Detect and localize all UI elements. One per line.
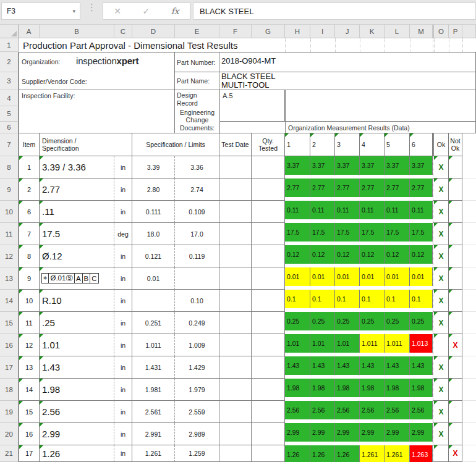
measurement-cell[interactable]: 0.12 <box>285 245 310 267</box>
qty-tested-cell[interactable] <box>252 178 285 201</box>
engineering-change-value-cell[interactable] <box>219 122 285 133</box>
column-header-I[interactable]: I <box>310 25 335 38</box>
measurement-cell[interactable]: 1.263 <box>410 445 433 462</box>
limit-upper-cell[interactable]: 1.011 <box>132 334 175 356</box>
ok-cell[interactable]: X <box>434 312 449 334</box>
measurement-cell[interactable]: 0.1 <box>335 290 360 312</box>
row-header-18[interactable]: 18 <box>0 379 19 401</box>
header-test-date[interactable]: Test Date <box>219 133 252 156</box>
measurement-cell[interactable]: 0.12 <box>360 245 385 267</box>
limit-lower-cell[interactable]: 0.249 <box>175 312 219 334</box>
measurement-cell[interactable]: 2.77 <box>360 178 385 201</box>
measurement-cell[interactable]: 1.01 <box>310 334 335 356</box>
header-item[interactable]: Item <box>19 133 40 156</box>
limit-lower-cell[interactable]: 0.109 <box>175 201 219 223</box>
measurement-cell[interactable]: 1.011 <box>385 334 410 356</box>
row-header-5[interactable]: 5 <box>0 106 19 122</box>
test-date-cell[interactable] <box>219 290 252 312</box>
not-ok-cell[interactable] <box>449 267 462 290</box>
measurement-cell[interactable]: 0.12 <box>410 245 433 267</box>
results-header-cell[interactable]: Organization Measurement Results (Data) <box>285 122 476 133</box>
dimension-cell[interactable]: Ø.12 <box>40 245 114 267</box>
measurement-cell[interactable]: 1.261 <box>360 445 385 462</box>
unit-cell[interactable]: in <box>114 178 132 201</box>
limit-lower-cell[interactable]: 0.119 <box>175 245 219 267</box>
qty-tested-cell[interactable] <box>252 379 285 401</box>
dimension-cell[interactable]: .25 <box>40 312 114 334</box>
not-ok-cell[interactable] <box>449 379 462 401</box>
limit-upper-cell[interactable]: 2.991 <box>132 423 175 445</box>
measurement-cell[interactable]: 0.25 <box>285 312 310 334</box>
measurement-cell[interactable]: 2.56 <box>410 401 433 423</box>
limit-lower-cell[interactable]: 1.429 <box>175 356 219 379</box>
unit-cell[interactable]: in <box>114 379 132 401</box>
select-all-corner[interactable] <box>0 25 19 38</box>
namebox-dropdown-icon[interactable]: ▾ <box>72 8 80 14</box>
qty-tested-cell[interactable] <box>252 445 285 462</box>
ok-cell[interactable]: X <box>434 356 449 379</box>
measurement-cell[interactable]: 1.98 <box>385 379 410 401</box>
row-header-9[interactable]: 9 <box>0 178 19 201</box>
column-header-O[interactable]: O <box>434 25 449 38</box>
row-header-13[interactable]: 13 <box>0 267 19 290</box>
ok-cell[interactable] <box>434 445 449 462</box>
measurement-cell[interactable]: 17.5 <box>410 223 433 245</box>
measurement-cell[interactable]: 0.01 <box>335 267 360 290</box>
item-cell[interactable]: 9 <box>19 267 40 290</box>
limit-upper-cell[interactable]: 1.431 <box>132 356 175 379</box>
item-cell[interactable]: 14 <box>19 379 40 401</box>
qty-tested-cell[interactable] <box>252 290 285 312</box>
row-header-2[interactable]: 2 <box>0 52 19 72</box>
measurement-cell[interactable]: 0.11 <box>410 201 433 223</box>
measurement-cell[interactable]: 2.56 <box>385 401 410 423</box>
measurement-cell[interactable]: 0.12 <box>310 245 335 267</box>
ok-cell[interactable]: X <box>434 223 449 245</box>
header-trial-1[interactable]: 1 <box>285 133 310 156</box>
dimension-cell[interactable]: 3.39 / 3.36 <box>40 156 114 178</box>
measurement-cell[interactable]: 1.43 <box>385 356 410 379</box>
inspection-facility-block[interactable]: Inspection Facility: <box>19 90 175 133</box>
row-header-19[interactable]: 19 <box>0 401 19 423</box>
row-header-12[interactable]: 12 <box>0 245 19 267</box>
limit-lower-cell[interactable]: 17.0 <box>175 223 219 245</box>
measurement-cell[interactable]: 1.261 <box>385 445 410 462</box>
measurement-cell[interactable]: 0.11 <box>310 201 335 223</box>
not-ok-cell[interactable] <box>449 290 462 312</box>
measurement-cell[interactable]: 0.11 <box>360 201 385 223</box>
item-cell[interactable]: 10 <box>19 290 40 312</box>
measurement-cell[interactable]: 3.37 <box>360 156 385 178</box>
column-header-M[interactable]: M <box>410 25 433 38</box>
row-header-8[interactable]: 8 <box>0 156 19 178</box>
unit-cell[interactable]: in <box>114 401 132 423</box>
test-date-cell[interactable] <box>219 178 252 201</box>
measurement-cell[interactable]: 0.01 <box>310 267 335 290</box>
design-engineering-labels[interactable]: Design Record Engineering Change Documen… <box>175 90 219 133</box>
header-trial-6[interactable]: 6 <box>410 133 433 156</box>
column-header-H[interactable]: H <box>285 25 310 38</box>
part-name-value-cell[interactable]: BLACK STEEL MULTI-TOOL <box>219 72 476 90</box>
design-record-value-cell[interactable]: A.5 <box>219 90 285 122</box>
measurement-cell[interactable]: 3.37 <box>310 156 335 178</box>
measurement-cell[interactable]: 0.11 <box>285 201 310 223</box>
measurement-cell[interactable]: 0.1 <box>385 290 410 312</box>
limit-upper-cell[interactable]: 0.251 <box>132 312 175 334</box>
dimension-cell[interactable]: 1.43 <box>40 356 114 379</box>
dimension-cell[interactable]: 2.56 <box>40 401 114 423</box>
row-header-4[interactable]: 4 <box>0 90 19 106</box>
not-ok-cell[interactable] <box>449 312 462 334</box>
measurement-cell[interactable]: 0.12 <box>335 245 360 267</box>
row-header-3[interactable]: 3 <box>0 72 19 90</box>
unit-cell[interactable]: in <box>114 445 132 462</box>
measurement-cell[interactable]: 0.25 <box>310 312 335 334</box>
dimension-cell[interactable]: 2.77 <box>40 178 114 201</box>
measurement-cell[interactable]: 0.1 <box>360 290 385 312</box>
item-cell[interactable]: 7 <box>19 223 40 245</box>
test-date-cell[interactable] <box>219 312 252 334</box>
measurement-cell[interactable]: 0.25 <box>360 312 385 334</box>
qty-tested-cell[interactable] <box>252 223 285 245</box>
ok-cell[interactable]: X <box>434 379 449 401</box>
cancel-icon[interactable]: ✕ <box>114 6 121 16</box>
measurement-cell[interactable]: 2.77 <box>410 178 433 201</box>
limit-upper-cell[interactable]: 0.121 <box>132 245 175 267</box>
limit-upper-cell[interactable]: 1.261 <box>132 445 175 462</box>
